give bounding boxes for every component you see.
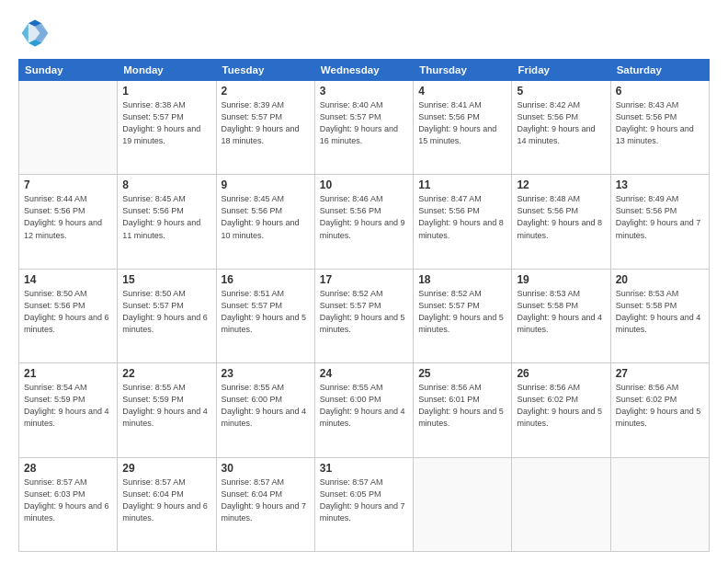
day-number: 9	[222, 178, 310, 191]
calendar-cell	[610, 457, 709, 551]
calendar-cell: 22Sunrise: 8:55 AMSunset: 5:59 PMDayligh…	[118, 363, 216, 457]
calendar-cell: 1Sunrise: 8:38 AMSunset: 5:57 PMDaylight…	[118, 81, 216, 175]
calendar-week-3: 21Sunrise: 8:54 AMSunset: 5:59 PMDayligh…	[19, 363, 710, 457]
day-info: Sunrise: 8:53 AMSunset: 5:58 PMDaylight:…	[616, 288, 704, 336]
day-number: 18	[418, 273, 506, 286]
day-info: Sunrise: 8:57 AMSunset: 6:05 PMDaylight:…	[320, 477, 408, 524]
header	[18, 17, 710, 50]
calendar-cell: 17Sunrise: 8:52 AMSunset: 5:57 PMDayligh…	[314, 269, 413, 362]
logo	[18, 17, 55, 50]
calendar-cell	[414, 457, 512, 551]
day-info: Sunrise: 8:38 AMSunset: 5:57 PMDaylight:…	[122, 99, 210, 147]
calendar-cell: 30Sunrise: 8:57 AMSunset: 6:04 PMDayligh…	[216, 457, 314, 551]
logo-icon	[18, 17, 51, 50]
day-number: 3	[320, 85, 408, 98]
calendar-cell: 29Sunrise: 8:57 AMSunset: 6:04 PMDayligh…	[118, 457, 216, 551]
day-info: Sunrise: 8:55 AMSunset: 6:00 PMDaylight:…	[320, 382, 408, 430]
day-info: Sunrise: 8:50 AMSunset: 5:56 PMDaylight:…	[24, 288, 112, 336]
day-info: Sunrise: 8:46 AMSunset: 5:56 PMDaylight:…	[320, 193, 408, 241]
day-info: Sunrise: 8:57 AMSunset: 6:03 PMDaylight:…	[24, 477, 112, 524]
day-info: Sunrise: 8:52 AMSunset: 5:57 PMDaylight:…	[320, 288, 408, 336]
calendar-cell: 26Sunrise: 8:56 AMSunset: 6:02 PMDayligh…	[512, 363, 610, 457]
day-info: Sunrise: 8:52 AMSunset: 5:57 PMDaylight:…	[418, 288, 506, 336]
day-info: Sunrise: 8:45 AMSunset: 5:56 PMDaylight:…	[122, 193, 210, 241]
day-number: 6	[616, 85, 704, 98]
day-number: 29	[122, 462, 210, 475]
calendar-cell: 27Sunrise: 8:56 AMSunset: 6:02 PMDayligh…	[610, 363, 709, 457]
calendar-cell: 9Sunrise: 8:45 AMSunset: 5:56 PMDaylight…	[216, 175, 314, 269]
calendar-cell: 19Sunrise: 8:53 AMSunset: 5:58 PMDayligh…	[512, 269, 610, 362]
day-number: 26	[517, 367, 605, 380]
calendar-table: SundayMondayTuesdayWednesdayThursdayFrid…	[18, 59, 710, 552]
day-number: 25	[418, 367, 506, 380]
day-number: 19	[517, 273, 605, 286]
calendar-cell: 16Sunrise: 8:51 AMSunset: 5:57 PMDayligh…	[216, 269, 314, 362]
calendar-cell	[19, 81, 118, 175]
day-info: Sunrise: 8:53 AMSunset: 5:58 PMDaylight:…	[517, 288, 605, 336]
calendar-cell: 12Sunrise: 8:48 AMSunset: 5:56 PMDayligh…	[512, 175, 610, 269]
day-number: 4	[418, 85, 506, 98]
calendar-cell: 4Sunrise: 8:41 AMSunset: 5:56 PMDaylight…	[414, 81, 512, 175]
day-number: 11	[418, 178, 506, 191]
calendar-cell	[512, 457, 610, 551]
calendar-cell: 25Sunrise: 8:56 AMSunset: 6:01 PMDayligh…	[414, 363, 512, 457]
weekday-header-thursday: Thursday	[414, 60, 512, 81]
day-info: Sunrise: 8:56 AMSunset: 6:01 PMDaylight:…	[418, 382, 506, 430]
day-number: 10	[320, 178, 408, 191]
day-number: 24	[320, 367, 408, 380]
day-number: 22	[122, 367, 210, 380]
day-info: Sunrise: 8:39 AMSunset: 5:57 PMDaylight:…	[222, 99, 310, 147]
day-number: 7	[24, 178, 112, 191]
day-number: 30	[222, 462, 310, 475]
day-info: Sunrise: 8:50 AMSunset: 5:57 PMDaylight:…	[122, 288, 210, 336]
day-info: Sunrise: 8:47 AMSunset: 5:56 PMDaylight:…	[418, 193, 506, 241]
day-info: Sunrise: 8:57 AMSunset: 6:04 PMDaylight:…	[122, 477, 210, 524]
calendar-cell: 31Sunrise: 8:57 AMSunset: 6:05 PMDayligh…	[314, 457, 413, 551]
calendar-week-2: 14Sunrise: 8:50 AMSunset: 5:56 PMDayligh…	[19, 269, 710, 362]
day-number: 5	[517, 85, 605, 98]
day-number: 17	[320, 273, 408, 286]
page: SundayMondayTuesdayWednesdayThursdayFrid…	[0, 0, 728, 563]
calendar-cell: 2Sunrise: 8:39 AMSunset: 5:57 PMDaylight…	[216, 81, 314, 175]
calendar-cell: 8Sunrise: 8:45 AMSunset: 5:56 PMDaylight…	[118, 175, 216, 269]
day-number: 1	[122, 85, 210, 98]
day-number: 31	[320, 462, 408, 475]
day-number: 20	[616, 273, 704, 286]
calendar-cell: 21Sunrise: 8:54 AMSunset: 5:59 PMDayligh…	[19, 363, 118, 457]
day-number: 8	[122, 178, 210, 191]
calendar-cell: 7Sunrise: 8:44 AMSunset: 5:56 PMDaylight…	[19, 175, 118, 269]
calendar-cell: 6Sunrise: 8:43 AMSunset: 5:56 PMDaylight…	[610, 81, 709, 175]
day-info: Sunrise: 8:55 AMSunset: 5:59 PMDaylight:…	[122, 382, 210, 430]
weekday-header-saturday: Saturday	[610, 60, 709, 81]
day-number: 12	[517, 178, 605, 191]
day-info: Sunrise: 8:43 AMSunset: 5:56 PMDaylight:…	[616, 99, 704, 147]
calendar-cell: 18Sunrise: 8:52 AMSunset: 5:57 PMDayligh…	[414, 269, 512, 362]
calendar-cell: 28Sunrise: 8:57 AMSunset: 6:03 PMDayligh…	[19, 457, 118, 551]
calendar-cell: 24Sunrise: 8:55 AMSunset: 6:00 PMDayligh…	[314, 363, 413, 457]
day-number: 2	[222, 85, 310, 98]
weekday-header-wednesday: Wednesday	[314, 60, 413, 81]
weekday-header-monday: Monday	[118, 60, 216, 81]
day-number: 13	[616, 178, 704, 191]
calendar-cell: 10Sunrise: 8:46 AMSunset: 5:56 PMDayligh…	[314, 175, 413, 269]
calendar-week-1: 7Sunrise: 8:44 AMSunset: 5:56 PMDaylight…	[19, 175, 710, 269]
calendar-cell: 11Sunrise: 8:47 AMSunset: 5:56 PMDayligh…	[414, 175, 512, 269]
day-info: Sunrise: 8:49 AMSunset: 5:56 PMDaylight:…	[616, 193, 704, 241]
calendar-cell: 20Sunrise: 8:53 AMSunset: 5:58 PMDayligh…	[610, 269, 709, 362]
day-info: Sunrise: 8:42 AMSunset: 5:56 PMDaylight:…	[517, 99, 605, 147]
calendar-cell: 5Sunrise: 8:42 AMSunset: 5:56 PMDaylight…	[512, 81, 610, 175]
weekday-header-tuesday: Tuesday	[216, 60, 314, 81]
weekday-header-sunday: Sunday	[19, 60, 118, 81]
calendar-cell: 15Sunrise: 8:50 AMSunset: 5:57 PMDayligh…	[118, 269, 216, 362]
calendar-week-4: 28Sunrise: 8:57 AMSunset: 6:03 PMDayligh…	[19, 457, 710, 551]
calendar-cell: 3Sunrise: 8:40 AMSunset: 5:57 PMDaylight…	[314, 81, 413, 175]
day-info: Sunrise: 8:51 AMSunset: 5:57 PMDaylight:…	[222, 288, 310, 336]
day-number: 23	[222, 367, 310, 380]
calendar-cell: 23Sunrise: 8:55 AMSunset: 6:00 PMDayligh…	[216, 363, 314, 457]
svg-marker-4	[22, 23, 28, 43]
day-info: Sunrise: 8:40 AMSunset: 5:57 PMDaylight:…	[320, 99, 408, 147]
day-info: Sunrise: 8:45 AMSunset: 5:56 PMDaylight:…	[222, 193, 310, 241]
day-info: Sunrise: 8:56 AMSunset: 6:02 PMDaylight:…	[517, 382, 605, 430]
day-info: Sunrise: 8:55 AMSunset: 6:00 PMDaylight:…	[222, 382, 310, 430]
calendar-cell: 14Sunrise: 8:50 AMSunset: 5:56 PMDayligh…	[19, 269, 118, 362]
